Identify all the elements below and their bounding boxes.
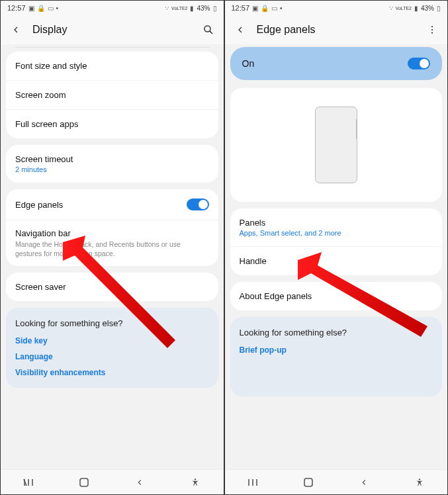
card-edge-nav: Edge panels Navigation bar Manage the Ho… (6, 189, 218, 266)
suggest-title: Looking for something else? (240, 328, 433, 338)
svg-point-8 (195, 478, 196, 480)
link-language[interactable]: Language (15, 352, 209, 361)
recents-button[interactable] (245, 474, 261, 490)
net-label: VoLTE2 (171, 6, 187, 11)
accessibility-button[interactable] (187, 474, 203, 490)
home-button[interactable] (300, 474, 316, 490)
signal-icon: ▮ (414, 5, 418, 12)
svg-point-0 (204, 26, 210, 32)
row-screen-saver[interactable]: Screen saver (6, 273, 218, 301)
card-panels-handle: Panels Apps, Smart select, and 2 more Ha… (230, 208, 443, 275)
suggest-block: Looking for something else? Brief pop-up (230, 317, 443, 396)
svg-point-11 (431, 29, 433, 30)
wifi-icon: ⸪ (165, 4, 169, 12)
label-zoom: Screen zoom (15, 90, 66, 100)
row-font-size[interactable]: Font size and style (6, 52, 218, 80)
shop-icon: ▣ (252, 5, 258, 12)
sub-timeout: 2 minutes (15, 165, 209, 173)
navbar (225, 469, 448, 494)
suggest-title: Looking for something else? (15, 318, 209, 328)
master-toggle-row[interactable]: On (230, 47, 443, 80)
dot-icon: • (56, 5, 59, 12)
card-about: About Edge panels (230, 282, 443, 310)
recents-button[interactable] (21, 474, 36, 490)
header-display: Display (1, 15, 224, 44)
svg-rect-7 (80, 478, 88, 486)
signal-icon: ▮ (190, 5, 194, 12)
row-edge-panels[interactable]: Edge panels (6, 189, 218, 220)
row-navigation-bar[interactable]: Navigation bar Manage the Home, Back, an… (6, 220, 218, 266)
toggle-edge-master[interactable] (408, 58, 430, 69)
battery-icon: ▯ (437, 5, 441, 12)
screen-edge-panels: 12:57 ▣ 🔒 ▭ • ⸪ VoLTE2 ▮ 43% ▯ Edge pane… (224, 0, 449, 495)
back-button[interactable] (9, 22, 23, 37)
search-button[interactable] (201, 22, 216, 37)
row-panels[interactable]: Panels Apps, Smart select, and 2 more (230, 208, 443, 246)
label-panels: Panels (240, 218, 266, 228)
more-button[interactable] (425, 22, 439, 37)
row-handle[interactable]: Handle (230, 246, 443, 275)
lock-icon: 🔒 (261, 5, 269, 12)
home-button[interactable] (76, 474, 92, 490)
row-fullscreen-apps[interactable]: Full screen apps (6, 109, 218, 138)
battery-icon: ▯ (213, 5, 217, 12)
accessibility-button[interactable] (412, 474, 427, 490)
svg-point-12 (431, 32, 433, 34)
lock-icon: 🔒 (37, 5, 45, 12)
label-font: Font size and style (15, 61, 87, 71)
status-time: 12:57 (7, 4, 26, 12)
card-screensaver: Screen saver (6, 273, 218, 301)
back-button[interactable] (233, 22, 247, 37)
page-title: Display (32, 24, 201, 36)
label-timeout: Screen timeout (15, 154, 73, 164)
svg-rect-16 (304, 478, 312, 486)
header-edge: Edge panels (225, 15, 448, 44)
desc-nav: Manage the Home, Back, and Recents butto… (15, 240, 209, 258)
back-nav-button[interactable] (132, 474, 148, 490)
label-saver: Screen saver (15, 282, 66, 292)
label-fullscreen: Full screen apps (15, 119, 78, 129)
row-screen-zoom[interactable]: Screen zoom (6, 80, 218, 109)
status-time: 12:57 (232, 4, 250, 12)
shop-icon: ▣ (28, 5, 34, 12)
statusbar: 12:57 ▣ 🔒 ▭ • ⸪ VoLTE2 ▮ 43% ▯ (1, 1, 224, 15)
dot-icon: • (280, 5, 283, 12)
svg-point-17 (419, 478, 420, 480)
label-edge-panels: Edge panels (15, 200, 63, 210)
suggest-block: Looking for something else? Side key Lan… (6, 308, 218, 388)
card-font-zoom-fullscreen: Font size and style Screen zoom Full scr… (6, 52, 218, 138)
content-display: Font size and style Screen zoom Full scr… (1, 44, 224, 469)
link-visibility[interactable]: Visibility enhancements (15, 368, 209, 377)
link-side-key[interactable]: Side key (15, 336, 209, 345)
svg-line-1 (209, 31, 212, 34)
chat-icon: ▭ (271, 5, 277, 12)
svg-point-10 (431, 26, 433, 27)
label-about: About Edge panels (240, 291, 312, 301)
content-edge: On Panels Apps, Smart select, and 2 more… (225, 44, 448, 469)
label-handle: Handle (240, 256, 267, 266)
row-screen-timeout[interactable]: Screen timeout 2 minutes (6, 145, 218, 183)
link-brief-popup[interactable]: Brief pop-up (240, 345, 433, 355)
chat-icon: ▭ (48, 5, 54, 12)
screen-display: 12:57 ▣ 🔒 ▭ • ⸪ VoLTE2 ▮ 43% ▯ Display F… (0, 0, 224, 495)
card-timeout: Screen timeout 2 minutes (6, 145, 218, 183)
statusbar: 12:57 ▣ 🔒 ▭ • ⸪ VoLTE2 ▮ 43% ▯ (225, 1, 448, 15)
page-title: Edge panels (257, 24, 426, 36)
net-label: VoLTE2 (396, 6, 412, 11)
back-nav-button[interactable] (356, 474, 372, 490)
sub-panels: Apps, Smart select, and 2 more (240, 229, 433, 237)
battery-pct: 43% (197, 5, 210, 12)
toggle-edge-panels[interactable] (187, 199, 209, 210)
device-preview (315, 107, 357, 183)
label-nav: Navigation bar (15, 228, 71, 238)
row-about-edge[interactable]: About Edge panels (230, 282, 443, 310)
preview-card (230, 88, 443, 202)
battery-pct: 43% (421, 5, 434, 12)
master-label: On (242, 58, 255, 69)
wifi-icon: ⸪ (389, 4, 393, 12)
navbar (1, 469, 224, 494)
